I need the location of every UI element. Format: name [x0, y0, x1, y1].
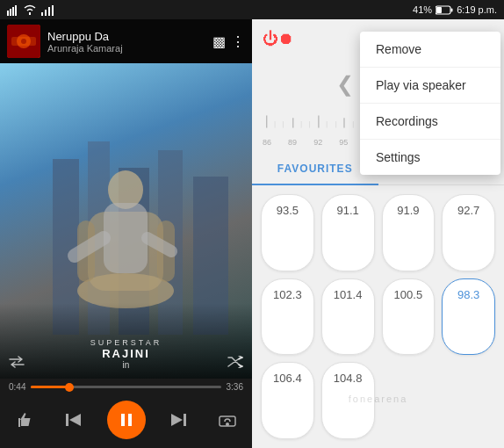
battery-icon	[436, 5, 453, 15]
song-info: Neruppu Da Arunraja Kamaraj	[47, 30, 205, 54]
next-button[interactable]	[162, 404, 194, 436]
fm-power-icon[interactable]: ⏻	[263, 30, 278, 48]
status-bar-right: 41% 6:19 p.m.	[413, 4, 497, 15]
progress-bar-area: 0:44 3:36	[9, 382, 243, 392]
svg-rect-2	[12, 7, 14, 16]
cast-icon[interactable]: ▩	[212, 33, 226, 50]
control-buttons	[9, 397, 243, 444]
svg-rect-6	[48, 7, 50, 16]
left-panel: Neruppu Da Arunraja Kamaraj ▩ ⋮	[0, 19, 252, 448]
watermark: fonearena	[349, 394, 408, 404]
status-time: 6:19 p.m.	[457, 4, 497, 15]
svg-rect-30	[128, 414, 132, 426]
station-grid: 93.5 91.1 91.9 92.7 102.3 101.4 100.5 98…	[252, 185, 504, 448]
like-button[interactable]	[9, 404, 40, 436]
svg-rect-7	[52, 5, 54, 16]
svg-rect-3	[15, 5, 17, 16]
signal-icon	[40, 4, 56, 16]
current-time: 0:44	[9, 382, 25, 392]
station-983[interactable]: 98.3	[442, 278, 495, 356]
progress-bar[interactable]	[31, 386, 220, 388]
progress-fill	[31, 386, 68, 388]
cast-button[interactable]	[212, 404, 243, 436]
svg-rect-31	[184, 414, 186, 426]
repeat-icon[interactable]	[9, 356, 25, 372]
svg-rect-0	[7, 11, 9, 16]
svg-rect-29	[121, 414, 125, 426]
movie-in-label: in	[9, 360, 243, 370]
main-area: Neruppu Da Arunraja Kamaraj ▩ ⋮	[0, 19, 504, 448]
battery-percent: 41%	[413, 4, 432, 15]
album-art: SUPERSTAR RAJINI in	[0, 63, 252, 379]
previous-button[interactable]	[58, 404, 90, 436]
fm-record-icon[interactable]: ⏺	[278, 30, 294, 48]
status-bar: 41% 6:19 p.m.	[0, 0, 504, 19]
right-panel: ⏻ ⏺ Remove Play via speaker Recordings S…	[252, 19, 504, 448]
station-1064[interactable]: 106.4	[261, 362, 314, 439]
song-artist: Arunraja Kamaraj	[47, 43, 205, 54]
status-bar-left	[7, 4, 56, 16]
station-1023[interactable]: 102.3	[261, 278, 314, 356]
station-1014[interactable]: 101.4	[321, 278, 375, 356]
player-controls: 0:44 3:36	[0, 379, 252, 448]
settings-option[interactable]: Settings	[360, 140, 500, 175]
total-time: 3:36	[227, 382, 243, 392]
album-illustration	[0, 89, 252, 335]
superstar-label: SUPERSTAR	[9, 338, 243, 347]
svg-rect-28	[66, 414, 68, 426]
svg-rect-4	[41, 12, 43, 16]
station-919[interactable]: 91.9	[382, 194, 436, 271]
svg-rect-9	[451, 8, 453, 11]
fm-prev-button[interactable]: ❮	[336, 72, 354, 97]
remove-option[interactable]: Remove	[360, 32, 500, 68]
svg-rect-14	[11, 37, 36, 46]
tab-favourites[interactable]: FAVOURITES	[252, 154, 378, 185]
pause-button[interactable]	[107, 401, 146, 439]
wifi-icon	[23, 4, 37, 16]
player-header: Neruppu Da Arunraja Kamaraj ▩ ⋮	[0, 19, 252, 63]
progress-thumb	[65, 383, 74, 392]
network-icon	[7, 4, 19, 16]
rajini-label: RAJINI	[9, 347, 243, 360]
recordings-option[interactable]: Recordings	[360, 104, 500, 140]
play-speaker-option[interactable]: Play via speaker	[360, 68, 500, 104]
shuffle-icon[interactable]	[227, 356, 243, 372]
station-927[interactable]: 92.7	[442, 194, 495, 271]
svg-point-33	[226, 423, 229, 426]
more-options-icon[interactable]: ⋮	[231, 33, 245, 50]
svg-rect-10	[436, 7, 442, 13]
svg-rect-5	[45, 10, 47, 16]
dropdown-menu: Remove Play via speaker Recordings Setti…	[360, 32, 500, 175]
album-thumbnail	[7, 25, 40, 58]
svg-rect-1	[10, 9, 11, 16]
station-935[interactable]: 93.5	[261, 194, 314, 271]
station-911[interactable]: 91.1	[321, 194, 375, 271]
album-art-overlay: SUPERSTAR RAJINI in	[0, 303, 252, 379]
station-1005[interactable]: 100.5	[382, 278, 436, 356]
song-title: Neruppu Da	[47, 30, 205, 43]
player-header-actions: ▩ ⋮	[212, 33, 245, 50]
